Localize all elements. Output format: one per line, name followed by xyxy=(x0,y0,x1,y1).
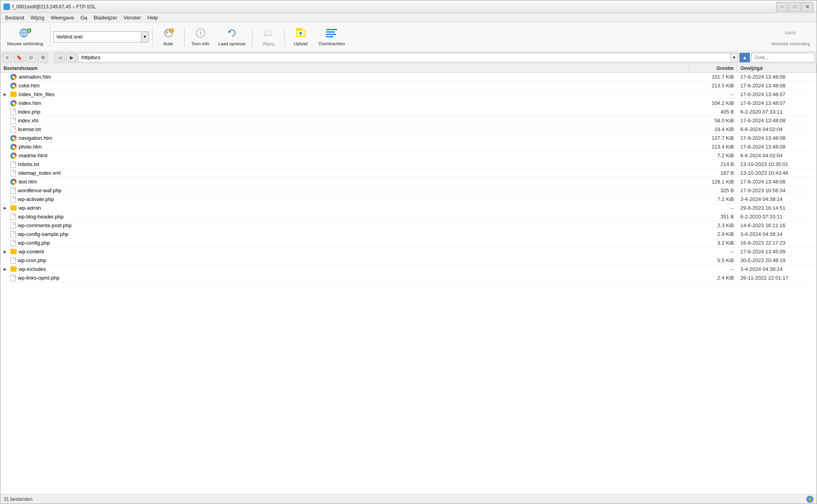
table-row[interactable]: wp-blog-header.php 351 B 6-2-2020 07:33:… xyxy=(0,212,817,221)
file-name: license.txt xyxy=(18,126,41,132)
folder-expand-arrow[interactable]: ▶ xyxy=(2,206,8,210)
menu-ga[interactable]: Ga xyxy=(77,13,90,22)
menu-venster[interactable]: Venster xyxy=(120,13,144,22)
refresh-small-button[interactable]: ⚙ xyxy=(38,53,48,62)
table-row[interactable]: wp-activate.php 7.2 KiB 3-4-2024 04:38:1… xyxy=(0,195,817,204)
file-list-header: Bestandsnaam Grootte Gewijzigd xyxy=(0,64,817,73)
file-name-cell: wp-links-opml.php xyxy=(0,275,690,281)
overdrachten-icon xyxy=(325,27,338,41)
file-modified-cell: 3-4-2024 04:38:14 xyxy=(737,266,817,272)
table-row[interactable]: readme.html 7.2 KiB 6-6-2024 04:02:04 xyxy=(0,151,817,160)
file-name-cell: ▶ wp-content xyxy=(0,249,690,255)
close-button[interactable]: ✕ xyxy=(802,2,813,12)
address-dropdown-button[interactable]: ▼ xyxy=(730,53,738,62)
toolbar: + Nieuwe verbinding ▼ ! xyxy=(0,23,817,51)
table-row[interactable]: ▶ index_htm_files -- 17-6-2024 13:48:07 xyxy=(0,90,817,99)
file-name: wp-blog-header.php xyxy=(18,214,64,220)
table-row[interactable]: wordfence-waf.php 325 B 17-9-2023 10:56:… xyxy=(0,186,817,195)
menu-help[interactable]: Help xyxy=(144,13,161,22)
table-row[interactable]: wp-comments-post.php 2.3 KiB 14-6-2023 1… xyxy=(0,221,817,230)
plain-file-icon xyxy=(10,275,16,281)
table-row[interactable]: wp-config.php 3.2 KiB 16-9-2023 22:17:23 xyxy=(0,239,817,247)
table-row[interactable]: text.htm 128.1 KiB 17-6-2024 13:48:08 xyxy=(0,178,817,186)
new-connection-icon: + xyxy=(19,27,31,41)
table-row[interactable]: sitemap_index.xml 187 B 13-10-2023 10:43… xyxy=(0,169,817,178)
file-modified-cell: 13-10-2023 10:43:46 xyxy=(737,170,817,176)
maximize-button[interactable]: □ xyxy=(789,2,801,12)
toon-info-button[interactable]: i Toon Info xyxy=(188,24,213,50)
file-name-cell: wp-config-sample.php xyxy=(0,231,690,238)
quick-connect-input[interactable] xyxy=(54,31,141,42)
laad-opnieuw-label: Laad opnieuw xyxy=(218,41,246,46)
file-size-cell: -- xyxy=(690,205,737,211)
file-size-cell: -- xyxy=(690,266,737,272)
menu-weergave[interactable]: Weergave xyxy=(47,13,77,22)
separator-1 xyxy=(50,27,50,47)
file-name: index_htm_files xyxy=(19,91,54,97)
table-row[interactable]: wp-links-opml.php 2.4 KiB 26-11-2022 22:… xyxy=(0,274,817,282)
verbreek-verbinding-button[interactable]: Verbreek verbinding xyxy=(767,24,813,50)
file-name: index.htm xyxy=(19,100,41,106)
minimize-button[interactable]: − xyxy=(776,2,788,12)
htm-file-icon xyxy=(10,179,17,185)
overdrachten-button[interactable]: Overdrachten xyxy=(315,24,349,50)
col-header-modified[interactable]: Gewijzigd xyxy=(737,64,817,72)
table-row[interactable]: ▶ wp-content -- 17-6-2024 13:45:09 xyxy=(0,247,817,256)
file-size-cell: 7.2 KiB xyxy=(690,153,737,158)
menu-bladwijzer[interactable]: Bladwijzer xyxy=(91,13,120,22)
file-modified-cell: 6-6-2024 04:02:04 xyxy=(737,126,817,132)
table-row[interactable]: color.htm 213.5 KiB 17-6-2024 13:48:08 xyxy=(0,81,817,90)
forward-button[interactable]: ▶ xyxy=(66,53,77,62)
col-header-size[interactable]: Grootte xyxy=(690,64,737,72)
file-modified-cell: 16-9-2023 22:17:23 xyxy=(737,240,817,246)
new-connection-button[interactable]: + Nieuwe verbinding xyxy=(4,24,47,50)
table-row[interactable]: index.htm 104.2 KiB 17-6-2024 13:48:07 xyxy=(0,99,817,108)
table-row[interactable]: license.txt 19.4 KiB 6-6-2024 04:02:04 xyxy=(0,125,817,134)
file-list-scroll[interactable]: animation.htm 101.7 KiB 17-6-2024 13:48:… xyxy=(0,73,817,494)
up-directory-button[interactable]: ▲ xyxy=(740,53,750,62)
svg-rect-20 xyxy=(326,29,337,30)
quick-connect-dropdown[interactable]: ▼ xyxy=(141,31,149,42)
file-name-cell: wp-config.php xyxy=(0,240,690,246)
menu-bestand[interactable]: Bestand xyxy=(2,13,27,22)
menu-wijzig[interactable]: Wijzig xyxy=(27,13,48,22)
table-row[interactable]: ▶ wp-admin -- 29-8-2023 16:14:51 xyxy=(0,204,817,212)
laad-opnieuw-button[interactable]: Laad opnieuw xyxy=(215,24,249,50)
upload-button[interactable]: Upload xyxy=(288,24,313,50)
file-name: wp-links-opml.php xyxy=(18,275,60,281)
separator-3 xyxy=(184,27,185,47)
file-modified-cell: 6-6-2024 04:02:04 xyxy=(737,153,817,158)
table-row[interactable]: index.php 405 B 6-2-2020 07:33:11 xyxy=(0,108,817,116)
history-button[interactable]: ⊙ xyxy=(26,53,36,62)
bookmark-button[interactable]: 🔖 xyxy=(14,53,24,62)
plain-file-icon xyxy=(10,126,16,133)
folder-expand-arrow[interactable]: ▶ xyxy=(2,92,8,97)
folder-expand-arrow[interactable]: ▶ xyxy=(2,249,8,254)
table-row[interactable]: wp-config-sample.php 2.9 KiB 3-4-2024 04… xyxy=(0,230,817,239)
table-row[interactable]: robots.txt 214 B 13-10-2023 10:35:01 xyxy=(0,160,817,169)
folder-expand-arrow[interactable]: ▶ xyxy=(2,267,8,271)
address-input[interactable] xyxy=(79,55,730,60)
file-modified-cell: 17-6-2024 13:45:09 xyxy=(737,249,817,255)
col-header-name[interactable]: Bestandsnaam xyxy=(0,64,690,72)
verbreek-icon xyxy=(784,27,797,41)
file-size-cell: 214 B xyxy=(690,161,737,167)
wijzig-button[interactable]: Wijzig xyxy=(256,24,281,50)
svg-text:i: i xyxy=(200,30,201,36)
table-row[interactable]: ▶ wp-includes -- 3-4-2024 04:38:14 xyxy=(0,265,817,274)
table-row[interactable]: photo.htm 113.4 KiB 17-6-2024 13:48:08 xyxy=(0,143,817,151)
file-size-cell: 2.9 KiB xyxy=(690,231,737,237)
toggle-view-button[interactable]: ≡ xyxy=(2,53,12,62)
table-row[interactable]: wp-cron.php 5.5 KiB 30-5-2023 20:48:19 xyxy=(0,256,817,265)
table-row[interactable]: index.xhl 58.0 KiB 17-6-2024 13:48:08 xyxy=(0,116,817,125)
file-size-cell: 187 B xyxy=(690,170,737,176)
file-name-cell: index.xhl xyxy=(0,118,690,124)
back-button[interactable]: ◀ xyxy=(54,53,65,62)
file-name-cell: robots.txt xyxy=(0,161,690,168)
file-size-cell: 5.5 KiB xyxy=(690,257,737,263)
plain-file-icon xyxy=(10,196,16,203)
search-input[interactable] xyxy=(752,55,816,60)
actie-button[interactable]: ! Actie xyxy=(156,24,181,50)
table-row[interactable]: navigation.htm 137.7 KiB 17-6-2024 13:48… xyxy=(0,134,817,143)
table-row[interactable]: animation.htm 101.7 KiB 17-6-2024 13:48:… xyxy=(0,73,817,81)
